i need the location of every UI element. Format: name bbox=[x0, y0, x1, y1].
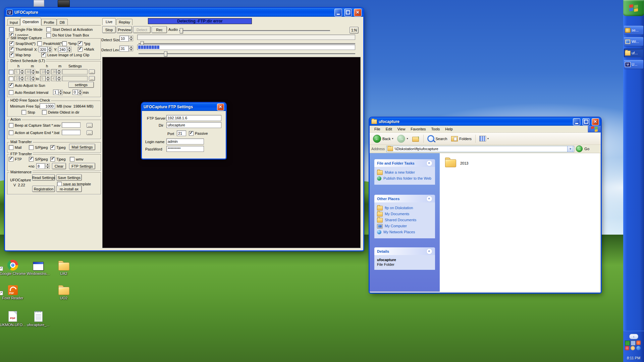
tray-chevron-icon[interactable] bbox=[629, 334, 638, 339]
place-link-shared-documents[interactable]: Shared Documents bbox=[377, 218, 433, 223]
tray-icon-person[interactable] bbox=[631, 346, 635, 350]
taskbar-button-wi[interactable]: Wi... bbox=[624, 37, 643, 46]
tab-input[interactable]: Input bbox=[7, 19, 20, 25]
checkbox-ftp-spjpeg[interactable]: S/Pjpeg bbox=[29, 157, 48, 162]
field-ftp-server[interactable]: 192.168.1.6 bbox=[166, 115, 221, 121]
spinner[interactable] bbox=[46, 69, 50, 75]
checkbox-passive[interactable]: Passive bbox=[189, 131, 208, 136]
field-dir[interactable]: ufocapture bbox=[166, 122, 221, 128]
field-port[interactable]: 21 bbox=[177, 130, 186, 136]
minimize-button[interactable] bbox=[334, 9, 342, 16]
back-dropdown-icon[interactable]: ▾ bbox=[392, 137, 393, 140]
close-button[interactable] bbox=[354, 9, 362, 16]
checkbox-box[interactable] bbox=[41, 53, 46, 57]
taskbar-button-ufocapture-folder[interactable]: uf... bbox=[624, 49, 643, 57]
checkbox-box[interactable] bbox=[9, 47, 14, 52]
field-action-bat[interactable] bbox=[62, 130, 80, 135]
tray-icon-teamviewer[interactable] bbox=[636, 346, 641, 350]
desktop-icon-foxit-reader[interactable]: Foxit Reader bbox=[0, 284, 26, 300]
back-button[interactable]: Back ▾ bbox=[372, 134, 394, 143]
checkbox-box[interactable] bbox=[9, 145, 13, 150]
up-button[interactable] bbox=[411, 135, 421, 142]
checkbox-box[interactable] bbox=[9, 123, 13, 128]
checkbox-snapshot[interactable]: SnapShot(*) bbox=[9, 41, 36, 46]
preview-button[interactable]: Preview bbox=[117, 26, 132, 33]
desktop-icon-windows-installer[interactable]: WindowsIns... bbox=[25, 259, 51, 276]
tray-icon-red[interactable] bbox=[636, 341, 641, 345]
tab-db[interactable]: DB bbox=[57, 19, 68, 25]
spinner-ftp-no[interactable] bbox=[45, 163, 50, 169]
field-thumbnail-y[interactable]: 240 bbox=[58, 47, 67, 52]
go-icon[interactable] bbox=[576, 145, 583, 152]
checkbox-box[interactable] bbox=[9, 90, 13, 95]
minimize-button[interactable] bbox=[573, 118, 580, 125]
maximize-button[interactable] bbox=[582, 118, 590, 125]
tab-replay[interactable]: Replay bbox=[116, 19, 132, 25]
checkbox-box[interactable] bbox=[50, 145, 55, 150]
checkbox-box[interactable] bbox=[21, 110, 26, 115]
checkbox-bmp[interactable]: *bmp bbox=[62, 41, 77, 46]
ftp-dialog-titlebar[interactable]: UFOCapture FTP Settings bbox=[142, 103, 226, 111]
checkbox-box[interactable] bbox=[50, 157, 55, 162]
close-button[interactable] bbox=[217, 104, 224, 111]
ratio-1n-button[interactable]: 1:N bbox=[350, 27, 359, 34]
spinner-detect-size[interactable] bbox=[129, 36, 133, 41]
field-min-free-space[interactable]: 1000 bbox=[40, 103, 55, 109]
spinner-min[interactable] bbox=[78, 89, 82, 95]
checkbox-peakhold[interactable]: PeakHold(*) bbox=[37, 41, 63, 46]
ftp-settings-button[interactable]: FTP Settings bbox=[69, 163, 95, 169]
checkbox-ftp[interactable]: FTP bbox=[9, 157, 22, 162]
stop-button[interactable]: Stop bbox=[102, 26, 116, 33]
tray-icon-grid[interactable] bbox=[625, 341, 630, 346]
tab-operation[interactable]: Operation bbox=[20, 18, 41, 25]
checkbox-map-bmp[interactable]: Map bmp bbox=[9, 53, 31, 57]
checkbox-mail-tjpeg[interactable]: Tjpeg bbox=[50, 145, 66, 150]
detect-lev-slider-thumb[interactable] bbox=[164, 51, 167, 57]
field-beep-wav[interactable] bbox=[62, 122, 80, 128]
sched1-browse-button[interactable]: ... bbox=[89, 69, 95, 74]
checkbox-leave-image[interactable]: Leave Image of Long Clip bbox=[41, 53, 89, 57]
checkbox-hdd-stop[interactable]: Stop bbox=[21, 110, 35, 115]
checkbox-start-detect-at-activation[interactable]: Start Detect at Activation bbox=[46, 27, 93, 32]
desktop-icon-ua2[interactable]: UA2 bbox=[51, 259, 77, 276]
read-settings-button[interactable]: Read Settings bbox=[32, 174, 55, 181]
checkbox-thumbnail[interactable]: Thumbnail bbox=[9, 47, 33, 52]
partial-desktop-icon[interactable] bbox=[58, 0, 70, 7]
spinner[interactable] bbox=[57, 76, 61, 81]
desktop-icon-uo2[interactable]: UO2 bbox=[51, 284, 77, 300]
checkbox-auto-restart-interval[interactable]: Auto Restart Interval bbox=[9, 90, 48, 95]
field-login-name[interactable]: admin bbox=[166, 138, 204, 144]
menu-file[interactable]: File bbox=[372, 126, 383, 132]
spinner[interactable] bbox=[57, 69, 61, 75]
mail-settings-button[interactable]: Mail Settings bbox=[69, 144, 95, 150]
search-button[interactable]: Search bbox=[426, 134, 449, 143]
sun-settings-button[interactable]: settings bbox=[68, 82, 94, 88]
checkbox-beep-at-capture-start[interactable]: Beep at Capture Start *.wav bbox=[9, 123, 60, 128]
save-settings-button[interactable]: Save Settings bbox=[56, 174, 82, 181]
collapse-chevron-icon[interactable] bbox=[426, 196, 432, 202]
checkbox-box[interactable] bbox=[62, 41, 67, 46]
desktop-icon-ufocapture-txt[interactable]: ufocapture_... bbox=[25, 310, 51, 327]
go-label[interactable]: Go bbox=[584, 147, 589, 151]
spinner[interactable] bbox=[20, 76, 24, 81]
tab-profile[interactable]: Profile bbox=[41, 19, 57, 25]
task-link-publish-to-web[interactable]: Publish this folder to the Web bbox=[377, 176, 433, 181]
field-restart-min[interactable]: 0 bbox=[72, 89, 78, 95]
taskbar-button-se[interactable]: se... bbox=[624, 26, 643, 35]
collapse-chevron-icon[interactable] bbox=[426, 160, 432, 166]
desktop-icon-ukmon-pdf[interactable]: UKMON-UFO... bbox=[0, 310, 26, 327]
checkbox-box[interactable] bbox=[9, 70, 13, 74]
checkbox-box[interactable] bbox=[9, 53, 14, 57]
tray-icon-monitors[interactable] bbox=[631, 341, 636, 346]
checkbox-jpg[interactable]: *jpg bbox=[78, 41, 90, 46]
checkbox-box[interactable] bbox=[46, 27, 51, 32]
explorer-titlebar[interactable]: ufocapture bbox=[370, 118, 601, 126]
spinner-thumbnail-y[interactable] bbox=[67, 47, 71, 52]
details-box-header[interactable]: Details bbox=[374, 247, 435, 255]
places-box-header[interactable]: Other Places bbox=[374, 195, 435, 202]
ufocapture-titlebar[interactable]: UFOCapture bbox=[5, 8, 363, 17]
checkbox-box[interactable] bbox=[78, 41, 83, 46]
field-ftp-no[interactable]: 8 bbox=[36, 163, 45, 169]
close-button[interactable] bbox=[592, 118, 599, 125]
field-password[interactable]: ********* bbox=[166, 146, 204, 152]
